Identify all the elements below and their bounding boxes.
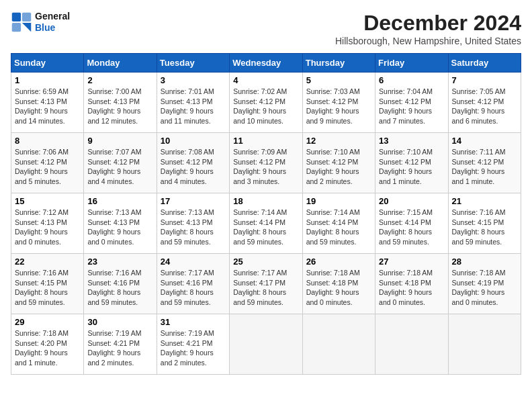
day-number: 16 xyxy=(87,196,152,206)
day-number: 11 xyxy=(233,136,298,146)
day-info: Sunrise: 7:18 AM Sunset: 4:20 PM Dayligh… xyxy=(15,328,80,368)
svg-rect-1 xyxy=(22,13,31,21)
calendar-cell xyxy=(448,314,521,375)
calendar-cell: 3Sunrise: 7:01 AM Sunset: 4:13 PM Daylig… xyxy=(157,73,229,133)
day-header-wednesday: Wednesday xyxy=(230,54,302,73)
calendar-cell xyxy=(375,314,448,375)
day-info: Sunrise: 7:10 AM Sunset: 4:12 PM Dayligh… xyxy=(379,147,444,187)
day-info: Sunrise: 7:05 AM Sunset: 4:12 PM Dayligh… xyxy=(452,87,517,126)
day-number: 23 xyxy=(87,257,152,267)
calendar-cell: 2Sunrise: 7:00 AM Sunset: 4:13 PM Daylig… xyxy=(84,73,157,133)
logo-text: General Blue xyxy=(35,11,70,34)
calendar-title: December 2024 xyxy=(335,11,521,36)
day-header-saturday: Saturday xyxy=(448,54,521,73)
day-number: 2 xyxy=(87,75,152,85)
calendar-cell: 8Sunrise: 7:06 AM Sunset: 4:12 PM Daylig… xyxy=(11,133,84,193)
svg-marker-3 xyxy=(22,23,31,32)
day-number: 21 xyxy=(452,196,517,206)
day-info: Sunrise: 7:08 AM Sunset: 4:12 PM Dayligh… xyxy=(161,147,226,187)
calendar-cell: 30Sunrise: 7:19 AM Sunset: 4:21 PM Dayli… xyxy=(84,314,157,375)
day-header-sunday: Sunday xyxy=(11,54,84,73)
day-info: Sunrise: 7:07 AM Sunset: 4:12 PM Dayligh… xyxy=(87,147,152,187)
calendar-table: SundayMondayTuesdayWednesdayThursdayFrid… xyxy=(11,53,521,375)
calendar-cell: 10Sunrise: 7:08 AM Sunset: 4:12 PM Dayli… xyxy=(157,133,229,193)
calendar-cell: 18Sunrise: 7:14 AM Sunset: 4:14 PM Dayli… xyxy=(230,193,302,254)
day-number: 17 xyxy=(161,196,226,206)
calendar-cell: 26Sunrise: 7:18 AM Sunset: 4:18 PM Dayli… xyxy=(302,254,375,314)
day-number: 3 xyxy=(161,75,226,85)
day-number: 31 xyxy=(161,317,226,327)
day-number: 30 xyxy=(87,317,152,327)
week-row-2: 8Sunrise: 7:06 AM Sunset: 4:12 PM Daylig… xyxy=(11,133,521,193)
day-number: 24 xyxy=(161,257,226,267)
calendar-cell: 28Sunrise: 7:18 AM Sunset: 4:19 PM Dayli… xyxy=(448,254,521,314)
day-info: Sunrise: 6:59 AM Sunset: 4:13 PM Dayligh… xyxy=(15,87,80,126)
calendar-cell: 5Sunrise: 7:03 AM Sunset: 4:12 PM Daylig… xyxy=(302,73,375,133)
day-info: Sunrise: 7:19 AM Sunset: 4:21 PM Dayligh… xyxy=(87,328,152,368)
day-info: Sunrise: 7:18 AM Sunset: 4:19 PM Dayligh… xyxy=(452,268,517,308)
logo-icon xyxy=(11,11,32,33)
day-number: 20 xyxy=(379,196,444,206)
day-info: Sunrise: 7:15 AM Sunset: 4:14 PM Dayligh… xyxy=(379,208,444,247)
calendar-cell: 24Sunrise: 7:17 AM Sunset: 4:16 PM Dayli… xyxy=(157,254,229,314)
day-number: 28 xyxy=(452,257,517,267)
calendar-cell: 21Sunrise: 7:16 AM Sunset: 4:15 PM Dayli… xyxy=(448,193,521,254)
logo-line1: General xyxy=(35,11,70,22)
day-info: Sunrise: 7:16 AM Sunset: 4:15 PM Dayligh… xyxy=(15,268,80,308)
day-info: Sunrise: 7:00 AM Sunset: 4:13 PM Dayligh… xyxy=(87,87,152,126)
calendar-cell: 19Sunrise: 7:14 AM Sunset: 4:14 PM Dayli… xyxy=(302,193,375,254)
calendar-cell: 31Sunrise: 7:19 AM Sunset: 4:21 PM Dayli… xyxy=(157,314,229,375)
calendar-cell: 6Sunrise: 7:04 AM Sunset: 4:12 PM Daylig… xyxy=(375,73,448,133)
day-info: Sunrise: 7:14 AM Sunset: 4:14 PM Dayligh… xyxy=(233,208,298,247)
day-number: 13 xyxy=(379,136,444,146)
day-header-thursday: Thursday xyxy=(302,54,375,73)
day-number: 12 xyxy=(306,136,371,146)
logo: General Blue xyxy=(11,11,70,34)
day-info: Sunrise: 7:06 AM Sunset: 4:12 PM Dayligh… xyxy=(15,147,80,187)
day-number: 15 xyxy=(15,196,80,206)
day-header-monday: Monday xyxy=(84,54,157,73)
week-row-4: 22Sunrise: 7:16 AM Sunset: 4:15 PM Dayli… xyxy=(11,254,521,314)
week-row-1: 1Sunrise: 6:59 AM Sunset: 4:13 PM Daylig… xyxy=(11,73,521,133)
day-number: 18 xyxy=(233,196,298,206)
day-number: 22 xyxy=(15,257,80,267)
week-row-3: 15Sunrise: 7:12 AM Sunset: 4:13 PM Dayli… xyxy=(11,193,521,254)
day-info: Sunrise: 7:13 AM Sunset: 4:13 PM Dayligh… xyxy=(161,208,226,247)
day-header-tuesday: Tuesday xyxy=(157,54,229,73)
calendar-cell: 13Sunrise: 7:10 AM Sunset: 4:12 PM Dayli… xyxy=(375,133,448,193)
day-info: Sunrise: 7:16 AM Sunset: 4:15 PM Dayligh… xyxy=(452,208,517,247)
day-number: 1 xyxy=(15,75,80,85)
calendar-subtitle: Hillsborough, New Hampshire, United Stat… xyxy=(335,36,521,46)
calendar-header-row: SundayMondayTuesdayWednesdayThursdayFrid… xyxy=(11,54,521,73)
calendar-cell: 1Sunrise: 6:59 AM Sunset: 4:13 PM Daylig… xyxy=(11,73,84,133)
day-header-friday: Friday xyxy=(375,54,448,73)
day-info: Sunrise: 7:09 AM Sunset: 4:12 PM Dayligh… xyxy=(233,147,298,187)
calendar-cell: 16Sunrise: 7:13 AM Sunset: 4:13 PM Dayli… xyxy=(84,193,157,254)
day-number: 9 xyxy=(87,136,152,146)
calendar-cell: 9Sunrise: 7:07 AM Sunset: 4:12 PM Daylig… xyxy=(84,133,157,193)
day-number: 27 xyxy=(379,257,444,267)
calendar-cell: 7Sunrise: 7:05 AM Sunset: 4:12 PM Daylig… xyxy=(448,73,521,133)
calendar-cell: 23Sunrise: 7:16 AM Sunset: 4:16 PM Dayli… xyxy=(84,254,157,314)
day-number: 7 xyxy=(452,75,517,85)
calendar-cell: 25Sunrise: 7:17 AM Sunset: 4:17 PM Dayli… xyxy=(230,254,302,314)
day-number: 14 xyxy=(452,136,517,146)
day-number: 5 xyxy=(306,75,371,85)
calendar-cell: 22Sunrise: 7:16 AM Sunset: 4:15 PM Dayli… xyxy=(11,254,84,314)
calendar-cell: 12Sunrise: 7:10 AM Sunset: 4:12 PM Dayli… xyxy=(302,133,375,193)
day-info: Sunrise: 7:12 AM Sunset: 4:13 PM Dayligh… xyxy=(15,208,80,247)
calendar-cell: 29Sunrise: 7:18 AM Sunset: 4:20 PM Dayli… xyxy=(11,314,84,375)
day-info: Sunrise: 7:18 AM Sunset: 4:18 PM Dayligh… xyxy=(379,268,444,308)
day-number: 26 xyxy=(306,257,371,267)
day-info: Sunrise: 7:17 AM Sunset: 4:16 PM Dayligh… xyxy=(161,268,226,308)
calendar-cell: 20Sunrise: 7:15 AM Sunset: 4:14 PM Dayli… xyxy=(375,193,448,254)
day-number: 4 xyxy=(233,75,298,85)
page-header: General Blue December 2024 Hillsborough,… xyxy=(11,11,521,46)
calendar-cell: 15Sunrise: 7:12 AM Sunset: 4:13 PM Dayli… xyxy=(11,193,84,254)
day-info: Sunrise: 7:19 AM Sunset: 4:21 PM Dayligh… xyxy=(161,328,226,368)
day-info: Sunrise: 7:02 AM Sunset: 4:12 PM Dayligh… xyxy=(233,87,298,126)
logo-line2: Blue xyxy=(35,22,70,34)
day-info: Sunrise: 7:18 AM Sunset: 4:18 PM Dayligh… xyxy=(306,268,371,308)
week-row-5: 29Sunrise: 7:18 AM Sunset: 4:20 PM Dayli… xyxy=(11,314,521,375)
svg-rect-0 xyxy=(12,13,21,21)
